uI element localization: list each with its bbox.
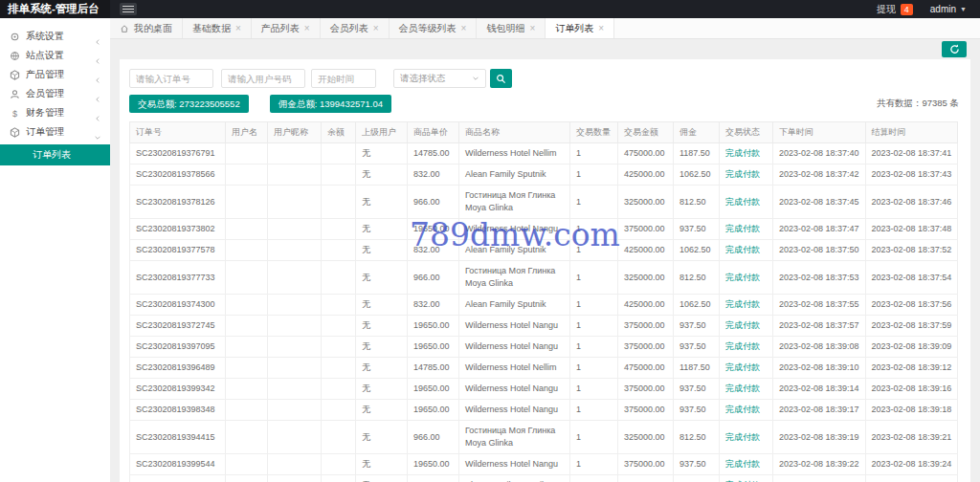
table-cell: 937.50: [674, 379, 720, 400]
table-cell: 2023-02-08 18:37:59: [865, 316, 958, 337]
order-number-input[interactable]: [129, 69, 213, 88]
table-cell: 1062.50: [674, 164, 720, 186]
user-number-input[interactable]: [221, 69, 305, 88]
table-cell: [226, 316, 268, 337]
table-row: SC23020819398348无19650.00Wilderness Hote…: [130, 400, 958, 421]
sidebar-item[interactable]: 会员管理: [0, 84, 110, 103]
withdraw-menu[interactable]: 提现 4: [877, 3, 913, 16]
table-cell: Alean Family Sputnik: [459, 295, 570, 316]
table-cell: [268, 337, 322, 358]
table-cell: 832.00: [408, 475, 459, 482]
sidebar-item-label: 会员管理: [26, 87, 88, 100]
table-cell: 无: [356, 295, 408, 316]
tab[interactable]: 订单列表×: [546, 18, 614, 38]
table-cell: 1: [570, 186, 618, 219]
table-cell: SC23020819378566: [130, 164, 226, 186]
table-cell: [226, 240, 268, 261]
table-cell: [322, 261, 356, 295]
table-cell: 1: [570, 143, 618, 164]
table-cell: 832.00: [408, 295, 459, 316]
app-title: 排单系统-管理后台: [0, 0, 110, 18]
filter-row: 请选择状态: [129, 69, 961, 88]
tab[interactable]: 会员等级列表×: [390, 18, 478, 38]
table-cell: 2023-02-08 18:39:08: [773, 337, 866, 358]
table-cell: 375000.00: [618, 379, 674, 400]
table-cell: 2023-02-08 18:37:45: [773, 186, 866, 219]
table-cell: 1: [570, 358, 618, 379]
status-select[interactable]: 请选择状态: [393, 69, 486, 88]
chevron-left-icon: [94, 33, 101, 40]
table-cell: 1: [570, 219, 618, 240]
column-header: 交易状态: [720, 122, 773, 143]
close-icon[interactable]: ×: [529, 24, 535, 33]
sidebar: 系统设置站点设置产品管理会员管理$财务管理订单管理 订单列表: [0, 18, 110, 482]
table-cell: 完成付款: [720, 454, 773, 475]
sidebar-item[interactable]: 产品管理: [0, 65, 110, 84]
table-cell: 无: [356, 454, 408, 475]
table-cell: 966.00: [408, 186, 459, 219]
close-icon[interactable]: ×: [304, 24, 310, 33]
table-cell: 无: [356, 421, 408, 454]
tab[interactable]: 基础数据×: [183, 18, 252, 38]
tab[interactable]: 我的桌面: [110, 18, 183, 38]
stats-row: 交易总额: 273223505552 佣金总额: 1399432571.04 共…: [129, 95, 961, 113]
table-cell: Wilderness Hotel Nellim: [459, 358, 570, 379]
close-icon[interactable]: ×: [461, 24, 467, 33]
transaction-total-badge: 交易总额: 273223505552: [129, 95, 249, 113]
tab[interactable]: 产品列表×: [252, 18, 321, 38]
table-cell: 完成付款: [720, 475, 773, 482]
table-cell: 937.50: [674, 219, 720, 240]
table-cell: Alean Family Sputnik: [459, 164, 570, 186]
close-icon[interactable]: ×: [235, 24, 241, 33]
table-cell: 无: [356, 261, 408, 295]
table-cell: 425000.00: [618, 164, 674, 186]
refresh-button[interactable]: [942, 41, 967, 57]
table-cell: 2023-02-08 18:39:14: [773, 379, 866, 400]
sidebar-item[interactable]: $财务管理: [0, 103, 110, 122]
table-cell: 832.00: [408, 240, 459, 261]
tab-label: 我的桌面: [134, 22, 172, 35]
close-icon[interactable]: ×: [373, 24, 379, 33]
username: admin: [930, 4, 956, 14]
search-icon: [496, 74, 506, 84]
tab[interactable]: 钱包明细×: [477, 18, 546, 38]
table-cell: 19650.00: [408, 219, 459, 240]
search-button[interactable]: [490, 69, 512, 88]
table-header-row: 订单号用户名用户昵称余额上级用户商品单价商品名称交易数量交易金额佣金交易状态下单…: [130, 122, 958, 143]
table-cell: SC23020819378126: [130, 186, 226, 219]
sidebar-item[interactable]: 订单管理: [0, 122, 110, 142]
table-cell: 完成付款: [720, 295, 773, 316]
table-cell: [322, 379, 356, 400]
table-cell: 2023-02-08 18:37:43: [865, 164, 958, 186]
tab-label: 会员等级列表: [399, 22, 457, 35]
home-icon: [120, 24, 129, 33]
table-cell: 1: [570, 475, 618, 482]
table-cell: 1: [570, 261, 618, 295]
table-cell: 19650.00: [408, 337, 459, 358]
finance-icon: $: [9, 107, 20, 119]
sidebar-item[interactable]: 站点设置: [0, 46, 110, 65]
sidebar-item[interactable]: 系统设置: [0, 27, 110, 46]
table-cell: 无: [356, 379, 408, 400]
sidebar-item-order-list[interactable]: 订单列表: [0, 144, 110, 165]
table-cell: 812.50: [674, 261, 720, 295]
table-cell: SC23020819396489: [130, 358, 226, 379]
withdraw-badge: 4: [901, 4, 913, 15]
tab[interactable]: 会员列表×: [321, 18, 390, 38]
chevron-left-icon: [94, 109, 101, 117]
table-cell: 325000.00: [618, 421, 674, 454]
table-cell: [268, 454, 322, 475]
user-menu[interactable]: admin ▼: [930, 4, 967, 14]
column-header: 上级用户: [356, 122, 408, 143]
close-icon[interactable]: ×: [598, 24, 604, 33]
hamburger-icon[interactable]: [120, 3, 137, 15]
table-cell: 1: [570, 337, 618, 358]
table-cell: 2023-02-08 18:37:41: [865, 143, 958, 164]
table-cell: 2023-02-08 18:39:24: [865, 454, 958, 475]
table-cell: 375000.00: [618, 400, 674, 421]
table-cell: [226, 379, 268, 400]
table-cell: [226, 219, 268, 240]
table-cell: 425000.00: [618, 475, 674, 482]
tab-bar: 我的桌面基础数据×产品列表×会员列表×会员等级列表×钱包明细×订单列表×: [110, 18, 980, 39]
start-time-input[interactable]: [311, 69, 376, 88]
